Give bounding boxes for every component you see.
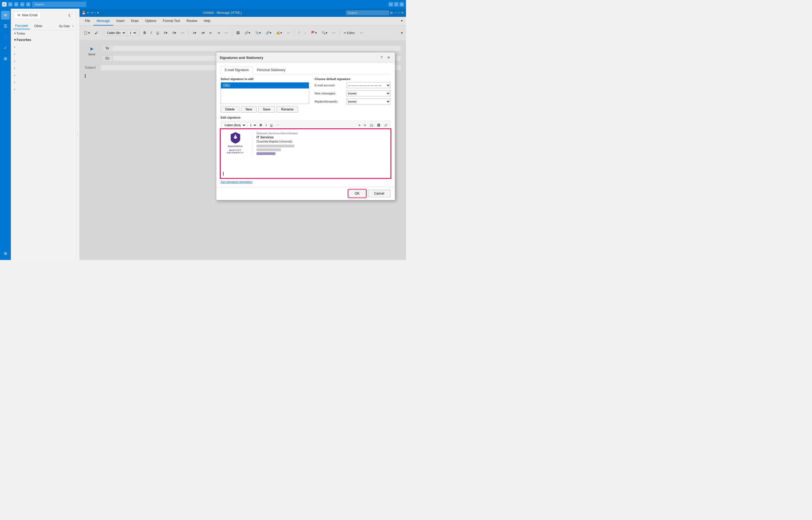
sidebar-nav-expand-4[interactable]: › — [11, 64, 76, 72]
sort-direction-icon[interactable]: ↑ — [72, 24, 74, 28]
sidebar-nav-expand-6[interactable]: › — [11, 79, 76, 86]
sig-align-left[interactable]: ≡ — [357, 123, 362, 128]
dialog-tab-personal-stationery[interactable]: Personal Stationery — [253, 66, 290, 74]
replies-forwards-select[interactable]: (none) — [346, 99, 391, 104]
expand-panel-button[interactable]: › — [76, 9, 80, 260]
new-messages-row: New messages: (none) — [315, 90, 391, 96]
sig-italic-btn[interactable]: I — [264, 123, 268, 128]
sig-logo-text: OUACHITA — [228, 145, 243, 148]
collapse-favorites-icon[interactable]: ▾ — [14, 38, 16, 42]
sidebar-nav-expand-3[interactable]: › — [11, 57, 76, 64]
nav-tasks[interactable]: ✓ — [1, 44, 10, 52]
sig-align-tools: ≡ ≡ 📇 🖼 🔗 — [357, 123, 389, 128]
dialog-two-column: Select signature to edit OBU Delete New … — [220, 77, 391, 113]
today-section-label: ▾ Today — [11, 31, 76, 36]
email-account-label: E-mail account: — [315, 84, 344, 87]
ok-button[interactable]: OK — [348, 190, 366, 197]
sidebar-nav-expand-1[interactable]: › — [11, 44, 76, 50]
more-icon[interactable]: ▾ — [26, 2, 30, 6]
tab-focused[interactable]: Focused — [13, 23, 30, 29]
save-sig-button[interactable]: Save — [258, 106, 275, 113]
refresh-icon[interactable]: ↻ — [8, 2, 12, 6]
sidebar-nav-expand-2[interactable]: › — [11, 50, 76, 57]
rename-sig-button[interactable]: Rename — [277, 106, 298, 113]
new-messages-label: New messages: — [315, 92, 344, 95]
undo-icon[interactable]: ↩ — [14, 2, 19, 6]
sig-insert-link[interactable]: 🔗 — [383, 123, 389, 128]
replies-forwards-row: Replies/forwards: (none) — [315, 99, 391, 104]
edit-sig-label: Edit signature — [220, 116, 391, 119]
ouachita-logo-svg — [229, 132, 241, 144]
window-minimize[interactable]: — — [389, 2, 393, 6]
dialog-titlebar: Signatures and Stationery ? ✕ — [216, 52, 395, 63]
cancel-button[interactable]: Cancel — [368, 190, 391, 197]
new-email-icon: ✉ — [18, 13, 20, 17]
nav-mail[interactable]: ✉ — [1, 11, 10, 20]
tab-other[interactable]: Other — [32, 23, 45, 29]
sidebar: ✉ New Email ❮ Focused Other By Date ↑ ▾ … — [11, 9, 76, 260]
sig-phone-line — [257, 145, 294, 147]
window-close[interactable]: ✕ — [399, 2, 404, 6]
delete-sig-button[interactable]: Delete — [220, 106, 239, 113]
sig-font-name[interactable]: Calibri (Body) — [222, 122, 246, 128]
select-sig-label: Select signature to edit — [220, 77, 309, 81]
sidebar-header: ✉ New Email ❮ — [11, 9, 76, 22]
new-email-button[interactable]: ✉ New Email — [14, 11, 41, 19]
title-bar-search[interactable] — [32, 2, 86, 7]
get-templates-link[interactable]: Get signature templates — [220, 180, 391, 183]
dialog-close-button[interactable]: ✕ — [386, 55, 392, 60]
sig-bold-btn[interactable]: B — [258, 123, 263, 128]
dialog-footer: OK Cancel — [216, 187, 395, 200]
dialog-help-button[interactable]: ? — [378, 55, 385, 60]
signature-item-obu[interactable]: OBU — [221, 82, 309, 88]
sig-content: OUACHITA BAPTIST UNIVERSITY Network Serv… — [223, 132, 388, 156]
nav-calendar[interactable]: ☰ — [1, 22, 10, 30]
favorites-section: ▾ Favorites — [11, 36, 76, 44]
choose-default-label: Choose default signature — [315, 77, 391, 81]
title-bar-left: O ↻ ↩ ↪ ▾ — [2, 2, 389, 7]
email-account-select[interactable]: — — — — — — — — — — [346, 82, 391, 88]
signatures-dialog: Signatures and Stationery ? ✕ E-mail Sig… — [216, 52, 395, 200]
sig-info: Network Services Administrator IT Servic… — [257, 132, 388, 156]
nav-items-list: › › › › › › › — [11, 44, 76, 93]
edit-sig-toolbar: Calibri (Body) 11 B I U ⋯ ≡ ≡ 📇 — [220, 121, 391, 129]
sig-logo: OUACHITA BAPTIST UNIVERSITY — [223, 132, 247, 156]
sig-insert-picture[interactable]: 🖼 — [376, 123, 382, 128]
nav-people[interactable]: 👤 — [1, 32, 10, 41]
dialog-right-col: Choose default signature E-mail account:… — [315, 77, 391, 113]
sidebar-tabs: Focused Other By Date ↑ — [11, 22, 76, 31]
new-email-label: New Email — [22, 13, 37, 17]
signature-action-buttons: Delete New Save Rename — [220, 106, 309, 113]
signature-preview-area[interactable]: OUACHITA BAPTIST UNIVERSITY Network Serv… — [220, 129, 391, 178]
sidebar-nav-expand-7[interactable]: › — [11, 86, 76, 93]
dialog-tabs: E-mail Signature Personal Stationery — [220, 66, 391, 74]
signature-list[interactable]: OBU — [220, 82, 309, 104]
sidebar-collapse-button[interactable]: ❮ — [66, 12, 73, 19]
sig-underline-btn[interactable]: U — [269, 123, 274, 128]
email-account-row: E-mail account: — — — — — — — — — — [315, 82, 391, 88]
sig-align-center[interactable]: ≡ — [363, 123, 367, 128]
sig-person-name: Network Services Administrator — [257, 132, 388, 135]
by-date-sort[interactable]: By Date — [59, 24, 70, 28]
nav-more1[interactable]: ⊞ — [1, 54, 10, 63]
sig-font-size[interactable]: 11 — [247, 122, 257, 128]
sig-cursor — [223, 172, 224, 176]
dialog-title: Signatures and Stationery — [219, 56, 263, 60]
sidebar-nav-expand-5[interactable]: › — [11, 72, 76, 79]
main-area: ✉ ☰ 👤 ✓ ⊞ ⚙ ✉ New Email ❮ Focused Other … — [0, 9, 406, 260]
dialog-tab-email-sig[interactable]: E-mail Signature — [220, 66, 253, 74]
redo-icon[interactable]: ↪ — [20, 2, 24, 6]
new-messages-select[interactable]: (none) — [346, 90, 391, 96]
dialog-left-col: Select signature to edit OBU Delete New … — [220, 77, 309, 113]
window-controls: — □ ✕ — [389, 2, 404, 6]
window-maximize[interactable]: □ — [394, 2, 398, 6]
collapse-today-icon[interactable]: ▾ — [14, 32, 16, 35]
edit-signature-section: Edit signature Calibri (Body) 11 B I U ⋯… — [220, 116, 391, 183]
sig-logo-sub: BAPTIST UNIVERSITY — [223, 149, 247, 154]
title-bar: O ↻ ↩ ↪ ▾ — □ ✕ — [0, 0, 406, 9]
new-sig-button[interactable]: New — [241, 106, 257, 113]
nav-settings[interactable]: ⚙ — [1, 249, 10, 258]
sig-more-btn[interactable]: ⋯ — [275, 123, 281, 128]
sig-insert-business-card[interactable]: 📇 — [368, 123, 375, 128]
dialog-titlebar-buttons: ? ✕ — [378, 55, 392, 60]
